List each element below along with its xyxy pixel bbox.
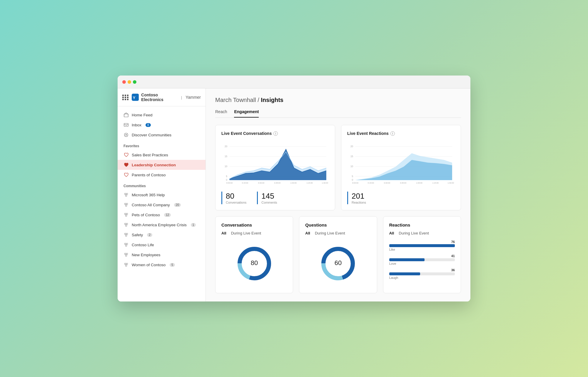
sidebar-item-safety[interactable]: Safety 2 xyxy=(118,230,206,240)
safety-badge: 2 xyxy=(147,233,152,237)
community-icon-safety xyxy=(123,232,129,237)
reactions-info-icon[interactable]: i xyxy=(390,131,395,136)
svg-point-7 xyxy=(126,193,128,195)
sidebar-item-parents-of-contoso[interactable]: Parents of Contoso xyxy=(118,170,206,180)
pets-badge: 12 xyxy=(164,213,171,217)
community-icon-contoso-all xyxy=(123,202,129,207)
sidebar-item-women-of-contoso[interactable]: Women of Contoso 5 xyxy=(118,260,206,270)
svg-rect-3 xyxy=(124,123,128,126)
reaction-row-laugh: 36 Laugh xyxy=(389,268,455,279)
sidebar-item-home-feed[interactable]: Home Feed xyxy=(118,110,206,120)
sidebar-item-leadership-connection[interactable]: Leadership Connection xyxy=(118,160,206,170)
svg-point-23 xyxy=(126,245,127,247)
svg-point-28 xyxy=(126,263,128,265)
conversations-chart-title: Live Event Conversations i xyxy=(221,131,329,136)
like-count: 76 xyxy=(451,240,455,244)
svg-text:10: 10 xyxy=(350,165,353,168)
reactions-filter-row: All During Live Event xyxy=(389,231,455,235)
conversations-stats: 80 Conversations 145 Comments xyxy=(221,192,329,204)
svg-point-26 xyxy=(126,255,127,257)
conversations-filter-all[interactable]: All xyxy=(221,231,226,235)
svg-point-27 xyxy=(125,263,126,265)
reactions-chart-area: 20 15 10 5 0 0:00:00 0:15:00 0:30:00 0:4… xyxy=(347,140,455,187)
maximize-button[interactable] xyxy=(133,80,136,84)
svg-text:0: 0 xyxy=(226,179,228,181)
reactions-bar-card: Reactions All During Live Event 76 xyxy=(383,216,461,293)
brand-area: Y Contoso Electronics | Yammer xyxy=(132,93,201,102)
svg-point-11 xyxy=(126,205,127,207)
sidebar-item-ms365[interactable]: Microsoft 365 Help xyxy=(118,190,206,200)
ms365-label: Microsoft 365 Help xyxy=(132,193,165,197)
main-content: March Townhall / Insights Reach Engageme… xyxy=(206,88,470,301)
stat-conversations: 80 Conversations xyxy=(221,192,252,204)
reactions-filter-live[interactable]: During Live Event xyxy=(399,231,429,235)
svg-point-5 xyxy=(126,134,127,135)
pets-label: Pets of Contoso xyxy=(132,213,160,217)
sidebar-item-inbox[interactable]: Inbox 8 xyxy=(118,120,206,130)
sidebar-item-contoso-life[interactable]: Contoso Life xyxy=(118,240,206,250)
breadcrumb: March Townhall / Insights xyxy=(215,97,461,103)
svg-text:15: 15 xyxy=(225,155,228,158)
sidebar-item-discover[interactable]: Discover Communities xyxy=(118,130,206,140)
sidebar-item-sales-best-practices[interactable]: Sales Best Practices xyxy=(118,150,206,160)
svg-text:0:45:00: 0:45:00 xyxy=(274,182,281,184)
svg-point-22 xyxy=(126,243,128,245)
tab-reach[interactable]: Reach xyxy=(215,109,227,118)
questions-filter-row: All During Live Event xyxy=(305,231,371,235)
conversations-filter-live[interactable]: During Live Event xyxy=(231,231,261,235)
sidebar-item-pets[interactable]: Pets of Contoso 12 xyxy=(118,210,206,220)
sidebar-item-contoso-all[interactable]: Contoso All Company 20 xyxy=(118,200,206,210)
close-button[interactable] xyxy=(122,80,126,84)
comments-label: Comments xyxy=(261,201,277,204)
questions-filter-live[interactable]: During Live Event xyxy=(315,231,345,235)
window-controls xyxy=(122,80,136,84)
questions-filter-all[interactable]: All xyxy=(305,231,310,235)
conversations-chart-area: 20 15 10 5 0 0:00:00 0:15:00 0:30:00 0:4… xyxy=(221,140,329,187)
app-frame: Y Contoso Electronics | Yammer xyxy=(118,88,470,301)
comments-count: 145 xyxy=(261,192,277,201)
sidebar-header: Y Contoso Electronics | Yammer xyxy=(118,88,206,106)
conversations-donut-container: 80 xyxy=(221,240,287,287)
community-icon-pets xyxy=(123,212,129,217)
svg-text:1:00:00: 1:00:00 xyxy=(290,182,297,184)
reactions-filter-all[interactable]: All xyxy=(389,231,394,235)
svg-text:20: 20 xyxy=(350,145,353,148)
conversations-svg: 20 15 10 5 0 0:00:00 0:15:00 0:30:00 0:4… xyxy=(221,140,329,187)
divider-text: | xyxy=(181,95,182,100)
breadcrumb-separator: / xyxy=(258,97,261,103)
inbox-label: Inbox xyxy=(132,123,141,127)
leadership-connection-label: Leadership Connection xyxy=(132,163,176,167)
heart-icon-sales xyxy=(123,152,129,157)
conversations-info-icon[interactable]: i xyxy=(273,131,278,136)
sales-best-practices-label: Sales Best Practices xyxy=(132,153,168,157)
sidebar-item-na-employee-crisis[interactable]: North America Employee Crisis 1 xyxy=(118,220,206,230)
svg-point-6 xyxy=(125,193,126,195)
laugh-count: 36 xyxy=(451,268,455,272)
communities-section-label: Communities xyxy=(118,180,206,190)
inbox-badge: 8 xyxy=(146,123,151,127)
sidebar-item-new-employees[interactable]: New Employees xyxy=(118,250,206,260)
svg-point-16 xyxy=(126,223,128,225)
svg-text:5: 5 xyxy=(226,175,228,178)
community-icon-ms365 xyxy=(123,192,129,197)
svg-text:0: 0 xyxy=(352,179,353,181)
svg-text:1:15:00: 1:15:00 xyxy=(432,182,439,184)
svg-point-15 xyxy=(125,223,126,225)
tab-engagement[interactable]: Engagement xyxy=(234,109,259,118)
na-crisis-badge: 1 xyxy=(191,223,196,227)
sidebar-nav: Home Feed Inbox 8 xyxy=(118,106,206,301)
app-window: Y Contoso Electronics | Yammer xyxy=(118,76,470,301)
minimize-button[interactable] xyxy=(128,80,131,84)
laugh-bar-fill xyxy=(389,272,420,275)
titlebar xyxy=(118,76,470,88)
apps-icon[interactable] xyxy=(122,95,129,100)
svg-text:10: 10 xyxy=(225,165,228,168)
svg-text:0:30:00: 0:30:00 xyxy=(258,182,265,184)
questions-donut-container: 60 xyxy=(305,240,371,287)
svg-text:0:15:00: 0:15:00 xyxy=(242,182,248,184)
breadcrumb-base: March Townhall xyxy=(215,97,256,103)
community-icon-women-of-contoso xyxy=(123,262,129,267)
svg-point-29 xyxy=(126,265,127,267)
svg-text:0:45:00: 0:45:00 xyxy=(400,182,407,184)
contoso-all-badge: 20 xyxy=(174,203,181,207)
